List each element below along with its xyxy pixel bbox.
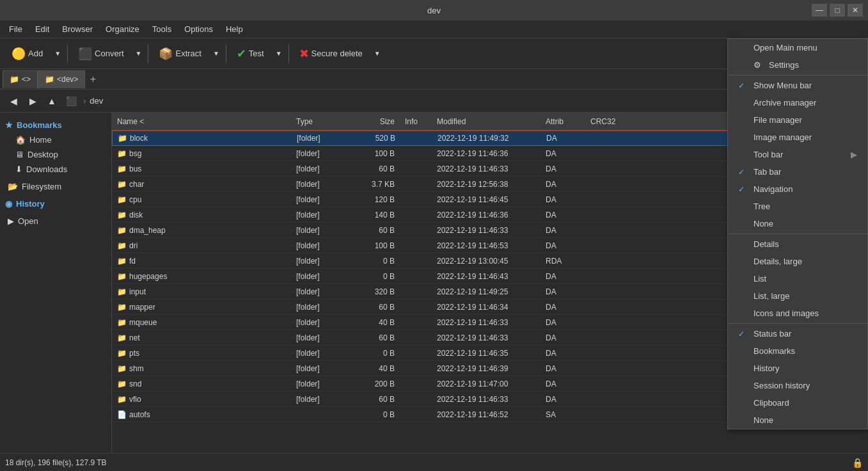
sidebar-filesystem[interactable]: 📂 Filesystem — [0, 179, 111, 194]
menu-options[interactable]: Options — [178, 22, 219, 36]
add-button[interactable]: 🟡 Add — [5, 43, 49, 65]
dropdown-item[interactable]: None — [728, 215, 867, 232]
menu-check: ✓ — [738, 330, 748, 339]
up-button[interactable]: ▲ — [43, 93, 60, 109]
sidebar-desktop[interactable]: 🖥 Desktop — [0, 147, 111, 162]
dropdown-item[interactable]: Details, large — [728, 253, 867, 270]
add-icon: 🟡 — [12, 47, 26, 61]
file-modified: 2022-12-19 11:46:43 — [432, 272, 541, 281]
menu-browser[interactable]: Browser — [56, 22, 99, 36]
window-controls: — □ ✕ — [812, 4, 863, 17]
tab-1[interactable]: 📁 <dev> — [38, 70, 85, 88]
home-button[interactable]: ⬛ — [63, 93, 79, 109]
file-name: 📁 mapper — [112, 303, 291, 312]
menu-item-label: Tool bar — [754, 150, 783, 159]
dropdown-item[interactable]: List — [728, 270, 867, 287]
folder-icon: 📁 — [117, 195, 127, 204]
dropdown-item[interactable]: Archive manager — [728, 94, 867, 111]
col-header-type[interactable]: Type — [291, 117, 349, 126]
folder-icon: 📁 — [117, 303, 127, 312]
file-size: 0 B — [349, 257, 400, 266]
sidebar-bookmarks-header[interactable]: ★ Bookmarks — [0, 118, 111, 132]
convert-button[interactable]: ⬛ Convert — [72, 43, 130, 65]
dropdown-item[interactable]: Clipboard — [728, 394, 867, 411]
dropdown-item[interactable]: Details — [728, 236, 867, 253]
file-type: [folder] — [291, 303, 349, 312]
status-bar: 18 dir(s), 196 file(s), 127.9 TB 🔒 — [0, 453, 868, 471]
col-header-name[interactable]: Name < — [112, 117, 291, 126]
maximize-button[interactable]: □ — [830, 4, 845, 17]
file-modified: 2022-12-19 11:46:53 — [432, 241, 541, 250]
test-button[interactable]: ✔ Test — [230, 43, 271, 65]
file-modified: 2022-12-19 11:46:45 — [432, 195, 541, 204]
menu-organize[interactable]: Organize — [99, 22, 146, 36]
add-dropdown[interactable]: ▼ — [52, 46, 63, 61]
menu-help[interactable]: Help — [219, 22, 249, 36]
file-name: 📁 disk — [112, 211, 291, 220]
file-size: 0 B — [349, 272, 400, 281]
file-attrib: DA — [541, 149, 585, 158]
file-attrib: SA — [541, 410, 585, 419]
dropdown-item[interactable]: Image manager — [728, 129, 867, 146]
convert-dropdown[interactable]: ▼ — [133, 46, 145, 61]
file-type: [folder] — [291, 364, 349, 373]
col-header-info[interactable]: Info — [400, 117, 432, 126]
dropdown-item[interactable]: Tree — [728, 198, 867, 215]
sidebar-open[interactable]: ▶ Open — [0, 214, 111, 228]
dropdown-menu: Open Main menu ⚙ Settings ✓ Show Menu ba… — [727, 38, 868, 429]
extract-dropdown[interactable]: ▼ — [210, 46, 222, 61]
back-button[interactable]: ◀ — [5, 93, 22, 109]
toolbar-sep-4 — [288, 44, 289, 63]
file-attrib: DA — [541, 349, 585, 358]
sidebar-downloads[interactable]: ⬇ Downloads — [0, 162, 111, 177]
col-header-modified[interactable]: Modified — [432, 117, 541, 126]
test-dropdown[interactable]: ▼ — [273, 46, 285, 61]
menu-file[interactable]: File — [3, 22, 29, 36]
dropdown-item[interactable]: List, large — [728, 287, 867, 305]
minimize-button[interactable]: — — [812, 4, 827, 17]
col-header-attrib[interactable]: Attrib — [541, 117, 585, 126]
folder-icon: 📁 — [117, 164, 127, 173]
file-type: [folder] — [292, 134, 349, 143]
menu-item-label: File manager — [754, 115, 802, 125]
dropdown-item[interactable]: ✓ Show Menu bar — [728, 77, 867, 94]
dropdown-item[interactable]: ✓ Status bar — [728, 325, 867, 342]
dropdown-item[interactable]: ✓ Navigation — [728, 180, 867, 198]
sidebar-home[interactable]: 🏠 Home — [0, 132, 111, 147]
col-header-crc[interactable]: CRC32 — [585, 117, 624, 126]
close-button[interactable]: ✕ — [848, 4, 863, 17]
tab-0[interactable]: 📁 <> — [3, 70, 38, 88]
file-size: 40 B — [349, 364, 400, 373]
file-attrib: DA — [541, 134, 586, 143]
dropdown-item[interactable]: Tool bar ▶ — [728, 146, 867, 163]
sidebar-history-header[interactable]: ◉ History — [0, 196, 111, 211]
file-type: [folder] — [291, 195, 349, 204]
menu-tools[interactable]: Tools — [146, 22, 178, 36]
extract-button[interactable]: 📦 Extract — [152, 43, 207, 65]
dropdown-item[interactable]: None — [728, 411, 867, 429]
file-name: 📁 mqueue — [112, 318, 291, 327]
tab-add-button[interactable]: + — [85, 72, 100, 87]
dropdown-item[interactable]: File manager — [728, 111, 867, 129]
menu-item-label: Tree — [754, 202, 770, 211]
secure-delete-button[interactable]: ✖ Secure delete — [293, 43, 369, 65]
file-size: 60 B — [349, 164, 400, 173]
file-type: [folder] — [291, 241, 349, 250]
sidebar-open-section: ▶ Open — [0, 214, 111, 228]
dropdown-item[interactable]: Open Main menu — [728, 39, 867, 56]
toolbar-sep-1 — [67, 44, 68, 63]
dropdown-item[interactable]: ✓ Tab bar — [728, 163, 867, 180]
menu-edit[interactable]: Edit — [29, 22, 56, 36]
dropdown-item[interactable]: ⚙ Settings — [728, 56, 867, 74]
sidebar-history-section: ◉ History — [0, 196, 111, 211]
dropdown-item[interactable]: Icons and images — [728, 305, 867, 322]
folder-icon: 📁 — [117, 257, 127, 266]
dropdown-item[interactable]: Bookmarks — [728, 342, 867, 360]
forward-button[interactable]: ▶ — [24, 93, 41, 109]
dropdown-item[interactable]: Session history — [728, 377, 867, 394]
file-modified: 2022-12-19 11:46:34 — [432, 303, 541, 312]
dropdown-item[interactable]: History — [728, 360, 867, 377]
file-name: 📁 pts — [112, 349, 291, 358]
col-header-size[interactable]: Size — [349, 117, 400, 126]
secure-delete-dropdown[interactable]: ▼ — [372, 46, 383, 61]
